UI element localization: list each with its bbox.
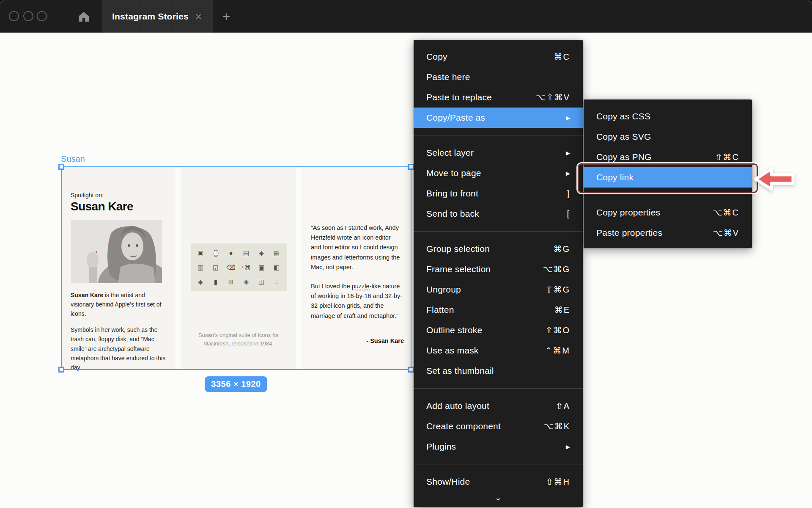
menu-item-ungroup[interactable]: Ungroup⇧⌘G xyxy=(414,279,583,300)
menu-item-shortcut: ⌥⌘G xyxy=(543,264,570,274)
caption-line-2: Macintosh, released in 1984. xyxy=(181,340,296,348)
menu-item-label: Frame selection xyxy=(426,264,491,274)
menu-item-shortcut: ⌘E xyxy=(554,305,570,315)
menu-item-copy[interactable]: Copy⌘C xyxy=(414,47,583,67)
story-panel-spotlight[interactable]: Spotlight on: Susan Kare xyxy=(61,166,176,370)
menu-item-shortcut: ⇧A xyxy=(556,401,570,411)
toolbox-icon: ▤ xyxy=(242,248,250,257)
menu-item-create-component[interactable]: Create component⌥⌘K xyxy=(414,416,583,436)
menu-item-shortcut: ⌥⌘V xyxy=(713,228,739,238)
story-panel-quote[interactable]: “As soon as I started work, Andy Hertzfe… xyxy=(302,166,411,370)
menu-item-bring-to-front[interactable]: Bring to front] xyxy=(414,183,583,204)
menu-item-shortcut: ⇧⌘G xyxy=(546,284,570,295)
frame-label-susan[interactable]: Susan xyxy=(61,154,85,164)
spotlight-title: Susan Kare xyxy=(71,200,166,213)
send-diamond-icon: ◈ xyxy=(196,277,205,286)
menu-divider xyxy=(414,388,583,389)
new-tab-button[interactable]: + xyxy=(219,9,233,24)
send-diamond-icon-2: ◈ xyxy=(242,277,250,286)
paint-page-icon: ◫ xyxy=(257,277,266,286)
tab-instagram-stories[interactable]: Instagram Stories × xyxy=(102,0,213,33)
menu-item-paste-here[interactable]: Paste here xyxy=(414,67,583,87)
copy-windows-icon: ⊞ xyxy=(227,277,235,286)
story-panel-icons[interactable]: ▣⌚●▤◈▦▥◱⌫+⌘▣◧◈▮⊞◈◫≡ Susan’s original sui… xyxy=(181,166,296,370)
menu-item-paste-properties[interactable]: Paste properties⌥⌘V xyxy=(584,223,752,243)
submenu-arrow-icon: ▶ xyxy=(566,444,570,450)
quote-attribution: - Susan Kare xyxy=(366,337,404,344)
submenu-arrow-icon: ▶ xyxy=(566,150,570,156)
floppy-disk-icon: ▦ xyxy=(272,248,281,257)
document-icon: ▥ xyxy=(196,263,205,271)
menu-item-label: Copy xyxy=(426,52,447,62)
menu-item-label: Group selection xyxy=(426,244,490,254)
menu-item-send-to-back[interactable]: Send to back[ xyxy=(414,204,583,224)
menu-item-plugins[interactable]: Plugins▶ xyxy=(414,436,583,457)
menu-item-copy-paste-as[interactable]: Copy/Paste as▶ xyxy=(414,108,583,128)
mac-icon-grid: ▣⌚●▤◈▦▥◱⌫+⌘▣◧◈▮⊞◈◫≡ xyxy=(191,243,287,291)
quote-paragraph-1: “As soon as I started work, Andy Hertzfe… xyxy=(311,223,402,272)
tab-close-icon[interactable]: × xyxy=(195,11,202,22)
menu-divider xyxy=(414,135,583,135)
menu-item-flatten[interactable]: Flatten⌘E xyxy=(414,300,583,320)
menu-item-shortcut: ⌘G xyxy=(553,244,570,254)
menu-item-shortcut: ⇧⌘H xyxy=(546,477,570,487)
menu-item-label: Ungroup xyxy=(426,284,461,295)
menu-item-show-hide[interactable]: Show/Hide⇧⌘H xyxy=(414,472,583,492)
plus-icon: + xyxy=(222,9,230,25)
watch-icon: ⌚ xyxy=(211,248,220,257)
top-bar: Instagram Stories × + xyxy=(0,0,812,33)
menu-item-copy-as-png[interactable]: Copy as PNG⇧⌘C xyxy=(584,147,752,167)
menu-item-paste-to-replace[interactable]: Paste to replace⌥⇧⌘V xyxy=(414,87,583,108)
layers-icon: ≡ xyxy=(272,277,281,286)
window-control-3[interactable] xyxy=(37,11,47,21)
menu-item-label: Send to back xyxy=(426,209,479,219)
menu-item-label: Show/Hide xyxy=(426,477,470,487)
menu-item-label: Use as mask xyxy=(426,345,479,356)
menu-item-shortcut: ⇧⌘O xyxy=(546,325,570,335)
menu-item-copy-link[interactable]: Copy link xyxy=(584,167,752,188)
bio-paragraph-1: Susan Kare is the artist and visionary b… xyxy=(71,290,166,318)
menu-item-shortcut: ⌥⌘C xyxy=(713,207,740,218)
menu-item-copy-as-css[interactable]: Copy as CSS xyxy=(584,106,752,127)
quote-misspelled-word: puzzle xyxy=(352,283,370,290)
menu-item-label: Bring to front xyxy=(426,188,478,199)
menu-item-label: Copy properties xyxy=(596,207,660,218)
menu-item-label: Paste properties xyxy=(596,228,662,238)
home-button[interactable] xyxy=(77,9,91,24)
quote-paragraph-2: But I loved the puzzle-like nature of wo… xyxy=(311,282,402,321)
disk-eject-icon: ◈ xyxy=(257,248,266,257)
bio-paragraph-2: Symbols in her work, such as the trash c… xyxy=(71,325,166,372)
menu-item-select-layer[interactable]: Select layer▶ xyxy=(414,143,583,163)
figma-window: Instagram Stories × + Spotlight on: Susa… xyxy=(0,0,812,508)
menu-item-set-as-thumbnail[interactable]: Set as thumbnail xyxy=(414,361,583,381)
menu-item-outline-stroke[interactable]: Outline stroke⇧⌘O xyxy=(414,320,583,340)
menu-item-copy-properties[interactable]: Copy properties⌥⌘C xyxy=(584,202,752,223)
spotlight-eyebrow: Spotlight on: xyxy=(71,192,166,199)
window-control-2[interactable] xyxy=(23,11,33,21)
scroll-more-chevron-icon[interactable]: ⌄ xyxy=(414,493,583,502)
home-icon xyxy=(78,11,90,22)
menu-item-shortcut: ⌘C xyxy=(554,52,570,62)
menu-item-label: Copy as PNG xyxy=(596,152,652,162)
menu-item-label: Copy link xyxy=(596,172,634,182)
menu-item-copy-as-svg[interactable]: Copy as SVG xyxy=(584,127,752,147)
menu-item-move-to-page[interactable]: Move to page▶ xyxy=(414,163,583,183)
menu-item-label: Outline stroke xyxy=(426,325,482,335)
bio-bold-name: Susan Kare xyxy=(71,292,103,298)
menu-item-frame-selection[interactable]: Frame selection⌥⌘G xyxy=(414,259,583,279)
mac-classic-icon: ▣ xyxy=(196,248,205,257)
menu-item-use-as-mask[interactable]: Use as mask⌃⌘M xyxy=(414,340,583,361)
screen: Instagram Stories × + Spotlight on: Susa… xyxy=(0,0,812,508)
quote-pre: But I loved the xyxy=(311,283,352,290)
menu-item-label: Paste here xyxy=(426,72,470,82)
window-control-1[interactable] xyxy=(9,11,19,21)
submenu-arrow-icon: ▶ xyxy=(566,170,570,177)
menu-item-shortcut: ⌥⇧⌘V xyxy=(536,92,570,102)
command-key-icon: +⌘ xyxy=(242,263,250,271)
menu-item-shortcut: ⇧⌘C xyxy=(715,152,739,162)
menu-item-group-selection[interactable]: Group selection⌘G xyxy=(414,239,583,259)
menu-item-label: Flatten xyxy=(426,305,454,315)
menu-item-add-auto-layout[interactable]: Add auto layout⇧A xyxy=(414,396,583,416)
menu-item-label: Copy/Paste as xyxy=(426,113,485,123)
menu-item-shortcut: [ xyxy=(567,209,570,219)
